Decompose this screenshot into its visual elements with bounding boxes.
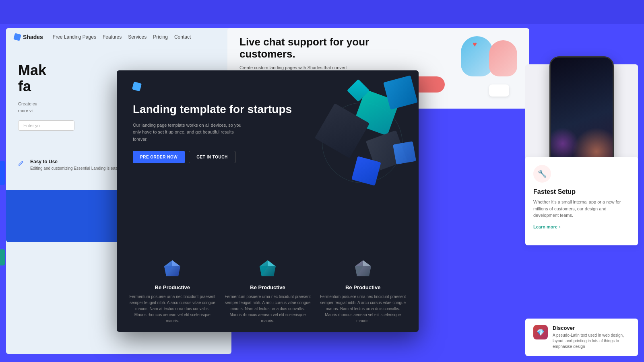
nav-link-free-landing[interactable]: Free Landing Pages [53,34,96,40]
dark-feature-desc-2: Fermentum posuere urna nec tincidunt pra… [224,294,312,324]
dark-feature-desc-1: Fermentum posuere urna nec tincidunt pra… [129,294,216,324]
nav-link-features[interactable]: Features [103,34,122,40]
dark-hero-text: Landing template for startups Our landin… [133,103,402,143]
fastest-setup-desc: Whether it's a small internal app or a n… [533,199,630,219]
discover-text: Discover A pseudo-Latin text used in web… [553,325,630,350]
dark-feature-col-2: Be Productive Fermentum posuere urna nec… [224,258,312,324]
nav-link-services[interactable]: Services [128,34,147,40]
fastest-setup-card: 🔧 Fastest Setup Whether it's a small int… [525,157,638,245]
dark-panel-inner: Landing template for startups Our landin… [117,70,419,332]
dark-logo-icon [132,82,142,91]
logo-text: Shades [23,34,43,40]
dark-features-grid: Be Productive Fermentum posuere urna nec… [117,258,419,324]
feature-gem-icon-2 [256,258,280,280]
feature-gem-icon-3 [351,258,375,280]
chevron-right-icon: › [559,224,561,229]
wrench-icon: 🔧 [538,169,547,178]
get-in-touch-button[interactable]: GET IN TOUCH [189,151,235,163]
setup-icon-circle: 🔧 [533,165,551,183]
left-strip-blue [0,161,5,185]
discover-title: Discover [553,325,630,331]
learn-more-link[interactable]: Learn more › [533,224,630,229]
learn-more-label: Learn more [533,224,557,229]
shape-teal-3 [347,79,370,102]
discover-panel: 💎 Discover A pseudo-Latin text used in w… [525,319,638,356]
pencil-icon [18,160,26,168]
nav-links: Free Landing Pages Features Services Pri… [53,34,191,40]
character-2 [489,40,517,76]
dark-feature-col-1: Be Productive Fermentum posuere urna nec… [129,258,216,324]
center-top-heading: Live chat support for your customers. [239,36,396,60]
dark-hero-desc: Our landing page template works on all d… [133,122,246,143]
character-1 [461,36,493,76]
heart-icon: ♥ [473,40,477,49]
discover-icon: 💎 [533,325,548,339]
panel-dark: Landing template for startups Our landin… [117,70,419,332]
dark-feature-title-2: Be Productive [224,284,312,290]
left-email-input[interactable]: Enter yo [18,120,74,131]
left-strip-teal [0,249,5,265]
dark-feature-col-3: Be Productive Fermentum posuere urna nec… [319,258,407,324]
background-blue-bar [0,0,644,24]
dark-feature-title-1: Be Productive [129,284,216,290]
discover-desc: A pseudo-Latin text used in web design, … [553,333,630,350]
fastest-setup-title: Fastest Setup [533,188,630,195]
svg-marker-1 [172,260,180,266]
pre-order-button[interactable]: PRE ORDER NOW [133,151,185,163]
dark-hero-heading: Landing template for startups [133,103,402,116]
left-hero-desc: Create cumore vi [18,101,123,114]
feature-gem-icon-1 [160,258,184,280]
chat-bubble-white [489,84,509,97]
nav-logo: Shades [14,34,43,40]
nav-link-pricing[interactable]: Pricing [153,34,168,40]
svg-marker-4 [268,260,276,266]
dark-feature-desc-3: Fermentum posuere urna nec tincidunt pra… [319,294,407,324]
nav-bar: Shades Free Landing Pages Features Servi… [6,28,231,46]
dark-btn-row: PRE ORDER NOW GET IN TOUCH [133,151,402,163]
logo-icon [13,33,21,41]
dark-feature-title-3: Be Productive [319,284,407,290]
gem-icon: 💎 [537,329,545,336]
svg-marker-7 [363,260,371,266]
nav-link-contact[interactable]: Contact [174,34,191,40]
